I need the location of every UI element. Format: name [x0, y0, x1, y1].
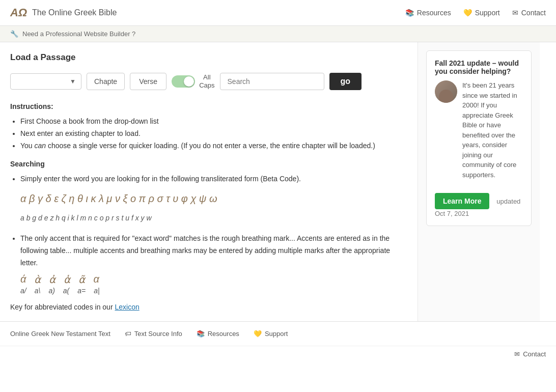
card-title-bold: Fall 2021 update [435, 59, 490, 67]
heart-icon: 💛 [463, 9, 472, 17]
accent-codes: a/ a\ a) a( a= a| [20, 287, 407, 295]
search-intro: Simply enter the word you are looking fo… [20, 173, 407, 185]
nav-contact[interactable]: ✉ Contact [512, 9, 546, 17]
avatar-figure [439, 90, 453, 103]
accent-code-2: a\ [35, 287, 41, 295]
search-input[interactable] [220, 73, 324, 90]
wrench-icon: 🔧 [10, 30, 18, 38]
go-button[interactable]: go [329, 73, 362, 90]
verse-input[interactable]: Verse [130, 73, 166, 90]
footer-links: Online Greek New Testament Text 🏷 Text S… [0, 321, 556, 346]
logo: ΑΩ The Online Greek Bible [10, 6, 117, 19]
accent-char-3: ἀ [49, 273, 55, 286]
accent-code-5: a= [77, 287, 86, 295]
sidebar-card-body: It's been 21 years since we started in 2… [435, 80, 523, 180]
beta-row: a b g d e z h q i k l m n c o p r s t u … [20, 212, 407, 225]
search-list: Simply enter the word you are looking fo… [20, 173, 407, 185]
sidebar: Fall 2021 update – would you consider he… [418, 42, 540, 321]
card-actions: Learn More updated Oct 7, 2021 [435, 186, 523, 217]
instructions-title: Instructions: [10, 102, 407, 110]
chevron-down-icon: ▼ [70, 78, 76, 85]
logo-title: The Online Greek Bible [32, 8, 117, 17]
accent-code-1: a/ [20, 287, 26, 295]
page-title: Load a Passage [10, 52, 407, 63]
all-caps-toggle-area: AllCaps [172, 73, 214, 89]
lexicon-link: Key for abbreviated codes in our Lexicon [10, 303, 407, 311]
footer-heart-icon: 💛 [254, 330, 262, 338]
avatar-image [435, 80, 457, 103]
card-text-area: It's been 21 years since we started in 2… [462, 80, 523, 180]
footer-text-source-label: Text Source Info [134, 330, 182, 338]
footer-support-label: Support [265, 330, 288, 338]
accent-char-5: ᾶ [78, 273, 85, 286]
verse-label: Verse [139, 77, 157, 86]
header-nav: 📚 Resources 💛 Support ✉ Contact [405, 9, 546, 17]
searching-section: Searching Simply enter the word you are … [10, 160, 407, 294]
footer-bottom: ✉ Contact [0, 346, 556, 364]
accent-code-3: a) [48, 287, 54, 295]
nav-resources-label: Resources [417, 9, 451, 17]
sidebar-card-title: Fall 2021 update – would you consider he… [435, 59, 523, 75]
footer-contact-label: Contact [523, 350, 546, 358]
lexicon-anchor[interactable]: Lexicon [115, 303, 139, 311]
all-caps-label: AllCaps [199, 73, 214, 89]
nav-support[interactable]: 💛 Support [463, 9, 500, 17]
learn-more-button[interactable]: Learn More [435, 193, 489, 209]
nav-resources[interactable]: 📚 Resources [405, 9, 451, 17]
book-icon: 📚 [405, 9, 414, 17]
chapter-label: Chapte [94, 77, 117, 86]
main-container: Load a Passage ▼ Chapte Verse AllCaps go [0, 42, 556, 321]
footer-contact[interactable]: ✉ Contact [514, 350, 546, 358]
instruction-item-2: Next enter an existing chapter to load. [20, 128, 407, 140]
nav-support-label: Support [475, 9, 500, 17]
footer-mail-icon: ✉ [514, 350, 520, 358]
searching-title: Searching [10, 160, 407, 168]
toggle-knob [184, 76, 194, 87]
avatar [435, 80, 457, 103]
footer-support[interactable]: 💛 Support [254, 330, 288, 338]
nav-contact-label: Contact [521, 9, 546, 17]
content-area: Load a Passage ▼ Chapte Verse AllCaps go [0, 42, 418, 321]
footer-greek-nt-label: Online Greek New Testament Text [10, 330, 110, 338]
footer-book-icon: 📚 [197, 330, 205, 338]
all-caps-toggle[interactable] [172, 75, 195, 88]
footer: Online Greek New Testament Text 🏷 Text S… [0, 321, 556, 364]
accent-char-2: ὰ [34, 273, 41, 286]
instruction-item-1: First Choose a book from the drop-down l… [20, 116, 407, 128]
footer-text-source[interactable]: 🏷 Text Source Info [125, 330, 182, 338]
accent-list: The only accent that is required for "ex… [20, 233, 407, 269]
accent-char-6: α [93, 273, 99, 286]
instructions-list: First Choose a book from the drop-down l… [20, 116, 407, 152]
footer-resources-label: Resources [208, 330, 239, 338]
accent-code-4: a( [63, 287, 69, 295]
instruction-item-3: You can choose a single verse for quicke… [20, 140, 407, 152]
book-dropdown[interactable]: ▼ [10, 73, 81, 90]
header: ΑΩ The Online Greek Bible 📚 Resources 💛 … [0, 0, 556, 26]
chapter-input[interactable]: Chapte [87, 73, 125, 90]
wrench-banner: 🔧 Need a Professional Website Builder ? [0, 26, 556, 42]
accent-intro: The only accent that is required for "ex… [20, 233, 407, 269]
logo-symbol: ΑΩ [10, 6, 27, 19]
tag-icon: 🏷 [125, 330, 131, 338]
footer-resources[interactable]: 📚 Resources [197, 330, 239, 338]
mail-icon: ✉ [512, 9, 518, 17]
accent-code-6: a| [94, 287, 99, 295]
controls-row: ▼ Chapte Verse AllCaps go [10, 73, 407, 90]
greek-row: α β γ δ ε ζ η θ ι κ λ μ ν ξ ο π ρ σ τ υ … [20, 189, 407, 208]
instructions-section: Instructions: First Choose a book from t… [10, 102, 407, 152]
sidebar-card: Fall 2021 update – would you consider he… [426, 50, 532, 226]
banner-text: Need a Professional Website Builder ? [22, 30, 135, 38]
accent-char-1: ά [20, 273, 26, 286]
footer-greek-nt[interactable]: Online Greek New Testament Text [10, 330, 110, 338]
card-body-text: It's been 21 years since we started in 2… [462, 81, 517, 179]
accent-chars: ά ὰ ἀ ἁ ᾶ α [20, 273, 407, 286]
accent-char-4: ἁ [64, 273, 70, 286]
